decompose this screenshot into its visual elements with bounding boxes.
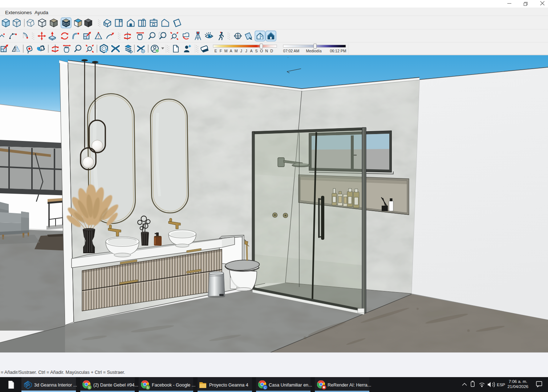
svg-text:A: A: [250, 49, 252, 53]
svg-text:(2) Dante Gebel #94...: (2) Dante Gebel #94...: [93, 383, 138, 388]
svg-text:M: M: [235, 49, 238, 53]
svg-text:21/04/2026: 21/04/2026: [507, 384, 528, 389]
svg-text:h: h: [89, 386, 90, 389]
svg-text:O: O: [260, 49, 263, 53]
svg-text:A: A: [230, 49, 232, 53]
svg-text:Proyecto Geanna 4: Proyecto Geanna 4: [209, 383, 248, 388]
svg-text:C: C: [237, 33, 239, 35]
svg-text:7:06 a. m.: 7:06 a. m.: [509, 379, 527, 384]
svg-text:J: J: [245, 49, 247, 53]
svg-text:N: N: [265, 49, 268, 53]
svg-text:ESP: ESP: [497, 383, 505, 387]
svg-text:M: M: [224, 49, 228, 53]
svg-text:07:02 AM: 07:02 AM: [283, 49, 299, 53]
svg-text:A·B: A·B: [236, 37, 240, 39]
svg-text:Facebook - Google ...: Facebook - Google ...: [152, 383, 195, 388]
svg-text:C: C: [264, 386, 266, 389]
svg-text:3d Geanna Interior ...: 3d Geanna Interior ...: [34, 383, 77, 388]
svg-text:F: F: [220, 49, 222, 53]
svg-text:E: E: [214, 49, 217, 53]
svg-text:ReRender AI: Herra...: ReRender AI: Herra...: [328, 383, 371, 388]
svg-text:06:12 PM: 06:12 PM: [330, 49, 346, 53]
svg-text:J: J: [240, 49, 242, 53]
svg-text:D: D: [270, 49, 273, 53]
svg-text:Casa Unifamiliar en...: Casa Unifamiliar en...: [269, 383, 312, 388]
svg-text:h: h: [147, 386, 149, 389]
svg-text:S: S: [255, 49, 257, 53]
svg-text:Mediodía: Mediodía: [306, 49, 321, 53]
